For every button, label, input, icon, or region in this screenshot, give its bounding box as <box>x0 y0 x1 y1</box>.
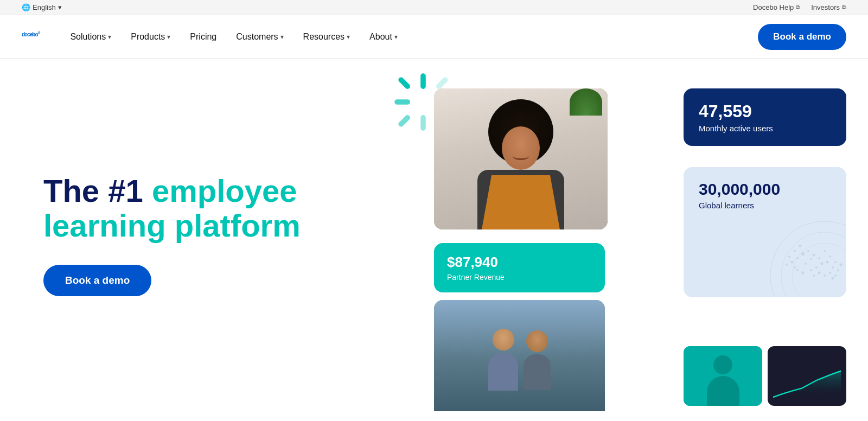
teal-person-card <box>684 346 762 406</box>
hero-photo-card-1 <box>434 88 608 229</box>
svg-point-16 <box>805 263 807 265</box>
nav-item-pricing[interactable]: Pricing <box>181 28 225 46</box>
chevron-down-icon: ▾ <box>108 33 111 41</box>
svg-point-34 <box>802 272 805 275</box>
external-link-icon: ⧉ <box>842 4 846 11</box>
stat-card-global-learners: 30,000,000 Global learners <box>684 167 846 297</box>
svg-point-11 <box>801 252 805 256</box>
svg-point-27 <box>840 264 843 266</box>
globe-icon <box>749 200 846 297</box>
svg-point-24 <box>826 261 829 264</box>
svg-point-28 <box>837 269 839 271</box>
nav-item-products[interactable]: Products ▾ <box>122 28 179 46</box>
svg-point-29 <box>788 256 790 258</box>
stat-number-users: 47,559 <box>699 101 831 122</box>
nav-item-solutions[interactable]: Solutions ▾ <box>61 28 120 46</box>
people-image <box>434 300 605 411</box>
revenue-label: Partner Revenue <box>447 273 592 282</box>
nav-item-customers[interactable]: Customers ▾ <box>227 28 292 46</box>
top-bar-links: Docebo Help ⧉ Investors ⧉ <box>753 3 846 11</box>
chevron-down-icon: ▾ <box>167 33 170 41</box>
svg-line-2 <box>401 80 407 86</box>
language-label: English <box>33 3 56 11</box>
hero-section: The #1 employeelearning platform Book a … <box>0 59 868 411</box>
svg-point-26 <box>834 261 837 263</box>
hero-book-demo-button[interactable]: Book a demo <box>43 265 151 296</box>
nav-item-resources[interactable]: Resources ▾ <box>295 28 359 46</box>
chart-card <box>768 346 846 406</box>
svg-point-8 <box>770 221 846 297</box>
nav-links: Solutions ▾ Products ▾ Pricing Customers… <box>61 28 758 46</box>
svg-point-22 <box>824 250 826 252</box>
nav-item-about[interactable]: About ▾ <box>361 28 406 46</box>
svg-point-17 <box>818 257 820 259</box>
svg-point-41 <box>834 275 837 277</box>
svg-line-6 <box>401 118 407 124</box>
svg-point-31 <box>786 264 788 266</box>
chevron-down-icon: ▾ <box>58 3 62 11</box>
svg-point-23 <box>829 256 831 258</box>
svg-point-30 <box>791 261 794 264</box>
chevron-down-icon: ▾ <box>394 33 398 41</box>
svg-point-18 <box>821 263 824 265</box>
stat-card-monthly-users: 47,559 Monthly active users <box>684 88 846 146</box>
hero-left: The #1 employeelearning platform Book a … <box>0 59 391 411</box>
line-chart <box>773 368 841 400</box>
hero-title: The #1 employeelearning platform <box>43 174 358 243</box>
svg-point-12 <box>807 250 809 252</box>
svg-point-37 <box>818 272 821 275</box>
svg-point-15 <box>796 257 799 259</box>
svg-line-7 <box>439 80 445 86</box>
svg-point-9 <box>781 232 846 297</box>
svg-point-20 <box>794 250 796 252</box>
svg-point-36 <box>813 275 815 277</box>
nav-book-demo-button[interactable]: Book a demo <box>758 24 846 50</box>
hero-photo-card-2 <box>434 300 605 411</box>
svg-point-13 <box>813 254 815 257</box>
svg-point-19 <box>815 266 818 269</box>
svg-point-35 <box>810 269 812 271</box>
svg-point-14 <box>810 258 812 260</box>
language-selector[interactable]: 🌐 English ▾ <box>22 3 62 11</box>
investors-link[interactable]: Investors ⧉ <box>811 3 846 11</box>
top-bar: 🌐 English ▾ Docebo Help ⧉ Investors ⧉ <box>0 0 868 15</box>
stat-label-users: Monthly active users <box>699 124 831 133</box>
svg-point-25 <box>832 266 834 269</box>
chevron-down-icon: ▾ <box>280 33 284 41</box>
stat-number-learners: 30,000,000 <box>699 180 831 199</box>
svg-point-38 <box>824 275 826 277</box>
svg-point-33 <box>796 269 799 271</box>
svg-point-40 <box>832 277 834 280</box>
hero-right: 47,559 Monthly active users 30,000,000 G… <box>391 59 868 411</box>
navbar: docebo° Solutions ▾ Products ▾ Pricing C… <box>0 15 868 59</box>
external-link-icon: ⧉ <box>796 4 800 11</box>
globe-icon: 🌐 <box>22 3 30 11</box>
logo[interactable]: docebo° <box>22 25 40 48</box>
svg-point-39 <box>829 272 831 274</box>
chevron-down-icon: ▾ <box>347 33 350 41</box>
revenue-number: $87,940 <box>447 254 592 271</box>
docebo-help-link[interactable]: Docebo Help ⧉ <box>753 3 800 11</box>
svg-point-32 <box>794 266 796 269</box>
revenue-card: $87,940 Partner Revenue <box>434 243 605 292</box>
svg-point-21 <box>799 245 802 247</box>
